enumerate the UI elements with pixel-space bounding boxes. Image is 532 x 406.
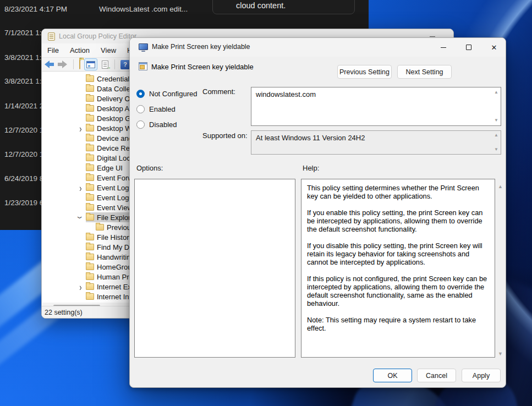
folder-icon [86, 293, 94, 300]
scroll-up-icon[interactable]: ▲ [498, 184, 503, 189]
scroll-down-icon[interactable]: ▼ [494, 118, 498, 123]
up-one-level-button[interactable]: ↑ [79, 59, 80, 69]
next-setting-button[interactable]: Next Setting [397, 65, 452, 79]
toolbar-separator [73, 59, 74, 69]
radio-checked-icon[interactable] [136, 90, 145, 98]
close-icon: ✕ [491, 43, 497, 52]
minimize-icon [430, 36, 435, 37]
help-label: Help: [303, 164, 319, 172]
chevron-right-icon[interactable]: › [75, 123, 86, 134]
scroll-up-icon[interactable]: ▲ [494, 133, 498, 138]
previous-setting-button[interactable]: Previous Setting [337, 65, 392, 79]
file-date: 8/23/2021 4:17 PM [4, 5, 67, 13]
folder-icon [86, 194, 94, 201]
help-panel[interactable]: This policy setting determines whether t… [301, 179, 495, 358]
help-paragraph: This policy setting determines whether t… [307, 184, 489, 200]
folder-icon [86, 155, 94, 161]
policy-dialog: Make Print Screen key yieldable ✕ Make P… [129, 37, 506, 388]
folder-icon [86, 214, 94, 221]
file-date[interactable]: 3/8/2021 1:3 [4, 53, 46, 62]
chevron-right-icon[interactable]: › [75, 281, 86, 292]
scroll-down-icon[interactable]: ▼ [494, 147, 498, 152]
folder-icon [86, 125, 94, 131]
dialog-titlebar[interactable]: Make Print Screen key yieldable ✕ [130, 38, 506, 57]
folder-icon [86, 254, 94, 260]
tooltip-text: cloud content. [236, 1, 286, 10]
cancel-button[interactable]: Cancel [417, 369, 456, 382]
dialog-app-icon [139, 43, 148, 50]
folder-icon [86, 264, 94, 270]
comment-label: Comment: [202, 87, 235, 96]
dialog-title: Make Print Screen key yieldable [152, 43, 250, 51]
folder-icon [86, 135, 94, 141]
folder-icon [96, 224, 104, 231]
file-date[interactable]: 1/23/2019 6: [4, 199, 46, 207]
export-list-button[interactable]: → [102, 61, 108, 69]
close-button[interactable]: ✕ [483, 39, 505, 56]
console-window-icon [86, 61, 95, 68]
comment-field[interactable]: windowslatest.com ▲ ▼ [251, 87, 501, 126]
folder-icon [86, 75, 94, 82]
radio-enabled[interactable]: Enabled [136, 105, 175, 113]
file-name: WindowsLatest .com edit... [99, 5, 188, 13]
menu-action[interactable]: Action [69, 45, 91, 56]
forward-button[interactable] [57, 61, 67, 68]
folder-icon [86, 234, 94, 240]
chevron-right-icon[interactable]: › [75, 182, 86, 193]
folder-icon [86, 105, 94, 112]
help-paragraph: If you enable this policy setting, the p… [307, 209, 489, 233]
ok-button[interactable]: OK [373, 369, 412, 382]
export-arrow-icon: → [106, 64, 111, 70]
maximize-icon [466, 45, 471, 50]
help-button[interactable]: ? [120, 60, 130, 69]
radio-unchecked-icon[interactable] [136, 105, 145, 113]
folder-icon [86, 244, 94, 250]
radio-disabled[interactable]: Disabled [136, 120, 177, 129]
supported-on-field: At least Windows 11 Version 24H2 ▲ ▼ [251, 130, 501, 155]
desktop: 8/23/2021 4:17 PM WindowsLatest .com edi… [0, 0, 532, 406]
comment-value: windowslatest.com [256, 90, 316, 98]
supported-on-label: Supported on: [202, 131, 248, 140]
scroll-up-icon[interactable]: ▲ [494, 90, 498, 95]
up-arrow-icon: ↑ [80, 56, 83, 62]
folder-icon [86, 204, 94, 211]
help-paragraph: If this policy is not configured, the pr… [307, 275, 489, 308]
supported-on-value: At least Windows 11 Version 24H2 [256, 134, 365, 142]
menu-file[interactable]: File [46, 45, 60, 56]
folder-icon [86, 283, 94, 290]
folder-icon [86, 145, 94, 151]
apply-button[interactable]: Apply [462, 369, 501, 382]
gpedit-app-icon [48, 32, 55, 41]
folder-icon [86, 174, 94, 181]
tooltip-box: cloud content. [212, 0, 355, 14]
chevron-down-icon[interactable]: › [75, 212, 86, 223]
help-paragraph: Note: This setting may require a system … [307, 316, 489, 332]
radio-not-configured[interactable]: Not Configured [136, 89, 197, 98]
options-panel [134, 179, 295, 358]
toolbar-separator [114, 59, 115, 69]
menu-view[interactable]: View [100, 45, 117, 56]
folder-icon [86, 115, 94, 122]
gpedit-window-title: Local Group Policy Editor [59, 32, 136, 40]
folder-icon [86, 273, 94, 280]
status-text: 22 setting(s) [45, 309, 83, 316]
file-date[interactable]: 6/24/2019 8 [4, 174, 43, 183]
file-date[interactable]: 7/1/2021 1:3 [4, 29, 46, 37]
console-tree-toggle-button[interactable] [84, 58, 97, 70]
folder-icon [86, 85, 94, 92]
folder-icon [86, 164, 94, 171]
radio-unchecked-icon[interactable] [136, 120, 145, 129]
options-label: Options: [136, 164, 163, 172]
folder-icon [86, 95, 94, 102]
policy-setting-heading: Make Print Screen key yieldable [151, 63, 254, 71]
minimize-icon [441, 47, 446, 48]
folder-icon [86, 184, 94, 191]
maximize-button[interactable] [458, 39, 480, 56]
help-paragraph: If you disable this policy setting, the … [307, 242, 489, 266]
policy-setting-icon [139, 62, 147, 70]
scroll-down-icon[interactable]: ▼ [498, 352, 503, 356]
minimize-button[interactable] [432, 39, 454, 56]
back-button[interactable] [45, 61, 54, 68]
